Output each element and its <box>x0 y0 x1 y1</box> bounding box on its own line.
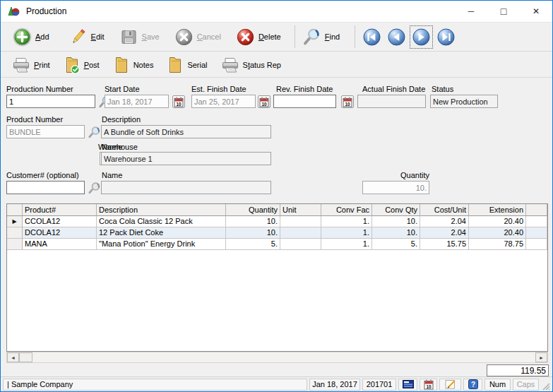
add-icon <box>13 28 32 47</box>
cell-product[interactable]: MANA <box>23 239 97 250</box>
scrollbar-track[interactable] <box>32 352 535 362</box>
previous-record-button[interactable] <box>387 28 406 47</box>
grid-horizontal-scrollbar[interactable]: ◄ ► <box>6 352 548 363</box>
help-panel[interactable]: ? <box>463 379 482 391</box>
rev-finish-date-calendar-button[interactable]: 10 <box>341 95 354 108</box>
cell-product[interactable]: DCOLA12 <box>23 227 97 239</box>
main-toolbar: Add Edit <box>1 22 552 52</box>
minimize-icon: ─ <box>468 6 475 16</box>
cell-description[interactable]: Coca Cola Classic 12 Pack <box>97 216 226 227</box>
delete-button[interactable]: Delete <box>236 28 281 47</box>
cell-conv-qty[interactable]: 10. <box>372 216 420 227</box>
svg-text:10: 10 <box>261 101 267 106</box>
scroll-right-button[interactable]: ► <box>535 352 547 362</box>
cell-unit[interactable] <box>280 239 321 250</box>
status-rep-printer-icon <box>221 57 239 73</box>
cell-cost-unit[interactable]: 2.04 <box>420 216 469 227</box>
fiscal-period: 201701 <box>367 380 393 388</box>
est-finish-date-input <box>191 95 256 108</box>
calendar-icon: 10 <box>424 379 434 390</box>
row-selector-cell[interactable] <box>7 239 23 250</box>
calendar-panel[interactable]: 10 <box>420 379 437 391</box>
cell-cost-unit[interactable]: 2.04 <box>420 227 469 239</box>
grid-header-cost-unit: Cost/Unit <box>420 204 469 216</box>
caps-lock-indicator: Caps <box>513 379 539 391</box>
table-row[interactable]: ▶ CCOLA12 Coca Cola Classic 12 Pack 10. … <box>7 216 547 227</box>
status-rep-button[interactable]: Status Rep <box>221 57 281 73</box>
caps-lock-label: Caps <box>517 380 535 388</box>
first-record-button[interactable] <box>362 28 381 47</box>
period-panel: 201701 <box>362 379 396 391</box>
resize-grip[interactable] <box>541 379 550 391</box>
title-bar[interactable]: Production ─ □ ✕ <box>1 1 552 22</box>
notes-panel[interactable] <box>439 379 461 391</box>
scroll-left-button[interactable]: ◄ <box>7 352 19 362</box>
cell-unit[interactable] <box>280 216 321 227</box>
print-label: Print <box>34 61 50 69</box>
cell-extension[interactable]: 20.40 <box>469 216 526 227</box>
scrollbar-thumb[interactable] <box>19 352 32 362</box>
next-record-button[interactable] <box>412 28 431 47</box>
cell-unit[interactable] <box>280 227 321 239</box>
production-number-input[interactable] <box>6 95 95 108</box>
company-browse-panel[interactable] <box>398 379 417 391</box>
status-bar: | Sample Company Jan 18, 2017 201701 10 <box>1 376 552 391</box>
cell-quantity[interactable]: 10. <box>226 216 280 227</box>
cell-description[interactable]: "Mana Potion" Energy Drink <box>97 239 226 250</box>
extension-total-field <box>487 364 549 376</box>
scroll-right-icon: ► <box>539 355 544 360</box>
cell-conv-fac[interactable]: 1. <box>321 216 372 227</box>
est-finish-date-calendar-button[interactable]: 10 <box>258 95 270 108</box>
maximize-button[interactable]: □ <box>487 1 520 22</box>
cell-extension[interactable]: 78.75 <box>469 239 526 250</box>
close-button[interactable]: ✕ <box>520 1 552 22</box>
grid-header-filler <box>526 204 547 216</box>
production-number-label: Production Number <box>6 85 73 93</box>
serial-label: Serial <box>187 61 207 69</box>
cell-filler <box>526 239 547 250</box>
cell-conv-qty[interactable]: 5. <box>372 239 420 250</box>
table-row[interactable]: MANA "Mana Potion" Energy Drink 5. 1. 5.… <box>7 239 547 250</box>
cell-quantity[interactable]: 10. <box>226 227 280 239</box>
company-panel: | Sample Company <box>3 379 307 391</box>
toolbar-separator <box>295 25 295 48</box>
notes-button[interactable]: Notes <box>113 56 154 74</box>
add-button[interactable]: Add <box>13 28 49 47</box>
cell-conv-fac[interactable]: 1. <box>321 239 372 250</box>
customer-input[interactable] <box>6 181 85 194</box>
print-button[interactable]: Print <box>12 57 50 73</box>
cell-quantity[interactable]: 5. <box>226 239 280 250</box>
post-button[interactable]: Post <box>64 56 100 74</box>
quantity-input[interactable] <box>362 181 429 194</box>
cell-conv-fac[interactable]: 1. <box>321 227 372 239</box>
cell-product[interactable]: CCOLA12 <box>23 216 97 227</box>
serial-button[interactable]: Serial <box>167 56 207 74</box>
product-number-lookup-icon[interactable] <box>88 126 101 139</box>
window-title: Production <box>26 6 66 16</box>
product-description-field <box>101 125 271 138</box>
previous-record-icon <box>387 28 406 47</box>
serial-folder-icon <box>167 56 184 74</box>
table-row[interactable]: DCOLA12 12 Pack Diet Coke 10. 1. 10. 2.0… <box>7 227 547 239</box>
minimize-button[interactable]: ─ <box>455 1 487 22</box>
cell-conv-qty[interactable]: 10. <box>372 227 420 239</box>
row-selector-cell[interactable] <box>7 227 23 239</box>
start-date-calendar-button[interactable]: 10 <box>172 95 185 108</box>
cell-description[interactable]: 12 Pack Diet Coke <box>97 227 226 239</box>
edit-button[interactable]: Edit <box>69 28 105 47</box>
actions-toolbar: Print Post Notes <box>1 52 552 78</box>
cell-cost-unit[interactable]: 15.75 <box>420 239 469 250</box>
cell-extension[interactable]: 20.40 <box>469 227 526 239</box>
post-folder-check-icon <box>64 56 81 74</box>
rev-finish-date-input[interactable] <box>273 95 336 108</box>
warehouse-name-field <box>101 152 271 165</box>
edit-pencil-icon <box>69 28 88 47</box>
customer-lookup-icon[interactable] <box>88 182 101 195</box>
grid-header-product: Product# <box>23 204 97 216</box>
num-lock-label: Num <box>489 380 506 388</box>
find-button[interactable]: Find <box>302 28 340 47</box>
current-row-marker-icon: ▶ <box>12 218 16 225</box>
cancel-icon <box>174 28 194 47</box>
last-record-button[interactable] <box>436 28 456 47</box>
svg-text:?: ? <box>470 381 475 388</box>
